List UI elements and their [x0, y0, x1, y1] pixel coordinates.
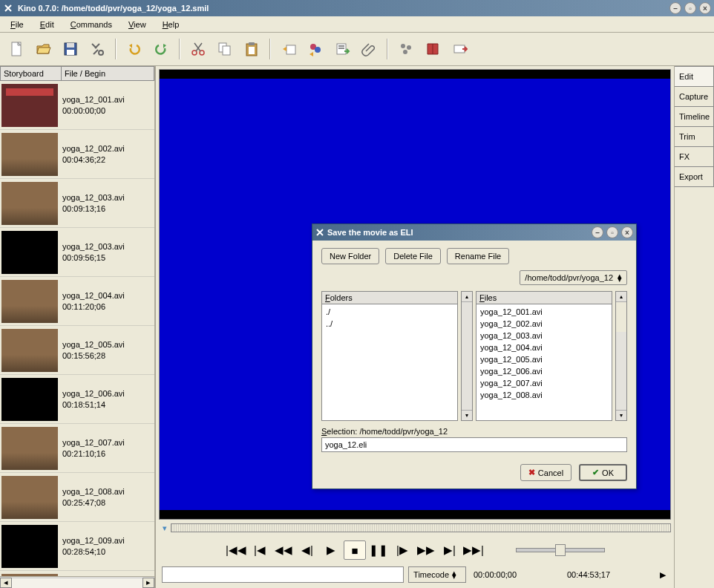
- clip-filename: yoga_12_007.avi: [62, 437, 151, 448]
- new-icon[interactable]: [6, 38, 28, 60]
- storyboard-item[interactable]: yoga_12_003.avi00:09:56;15: [0, 228, 154, 277]
- rename-file-button[interactable]: Rename File: [447, 248, 509, 264]
- tab-fx[interactable]: FX: [675, 146, 714, 167]
- eject-icon[interactable]: [448, 38, 471, 60]
- dialog-maximize-button[interactable]: ▫: [606, 226, 618, 238]
- play-button[interactable]: ▶: [320, 540, 342, 560]
- storyboard-item[interactable]: yoga_12_003.avi00:09:13;16: [0, 179, 154, 228]
- file-item[interactable]: yoga_12_007.avi: [478, 377, 610, 389]
- file-item[interactable]: yoga_12_006.avi: [478, 365, 610, 377]
- storyboard-item[interactable]: yoga_12_002.avi00:04:36;22: [0, 130, 154, 179]
- scroll-right-icon[interactable]: ▸: [143, 578, 154, 588]
- path-spin-icon[interactable]: ▴▾: [618, 274, 622, 281]
- tab-timeline[interactable]: Timeline: [675, 106, 714, 127]
- ok-button[interactable]: ✔OK: [579, 464, 627, 481]
- scrub-marker-icon: ▾: [159, 523, 171, 533]
- folders-header[interactable]: Folders: [321, 291, 458, 304]
- forward-button[interactable]: ▶▶: [415, 540, 437, 560]
- timecode-mode[interactable]: Timecode ▴▾: [408, 566, 466, 583]
- menu-file[interactable]: File: [4, 19, 31, 30]
- files-scrollbar[interactable]: ▴▾: [615, 291, 627, 421]
- tab-export[interactable]: Export: [675, 166, 714, 187]
- clip-thumbnail: [1, 182, 58, 225]
- step-back-button[interactable]: ◀|: [296, 540, 318, 560]
- storyboard-item[interactable]: yoga_12_004.avi00:11:20;06: [0, 277, 154, 326]
- clip-thumbnail: [1, 231, 58, 274]
- prev-scene-button[interactable]: |◀: [249, 540, 271, 560]
- menu-edit[interactable]: Edit: [34, 19, 62, 30]
- shuttle-handle[interactable]: [555, 544, 566, 556]
- stop-button[interactable]: ■: [344, 540, 366, 560]
- file-item[interactable]: yoga_12_001.avi: [478, 306, 610, 318]
- command-input[interactable]: [162, 566, 404, 583]
- svg-point-19: [407, 45, 411, 50]
- dialog-close-button[interactable]: ×: [621, 226, 633, 238]
- storyboard-item[interactable]: yoga_12_006.avi00:18:51;14: [0, 375, 154, 424]
- export-clip-icon[interactable]: [331, 38, 353, 60]
- menu-help[interactable]: Help: [157, 19, 187, 30]
- storyboard-item[interactable]: yoga_12_008.avi00:25:47;08: [0, 473, 154, 522]
- file-item[interactable]: yoga_12_005.avi: [478, 353, 610, 365]
- fx-clip-icon[interactable]: [304, 38, 327, 60]
- delete-file-button[interactable]: Delete File: [385, 248, 441, 264]
- shuttle-slider[interactable]: [516, 548, 605, 552]
- scrub-bar[interactable]: ▾: [159, 522, 671, 534]
- file-item[interactable]: yoga_12_004.avi: [478, 342, 610, 353]
- menu-commands[interactable]: Commands: [65, 19, 119, 30]
- storyboard-list[interactable]: yoga_12_001.avi00:00:00;00yoga_12_002.av…: [0, 81, 154, 576]
- storyboard-scrollbar-x[interactable]: ◂ ▸: [0, 576, 154, 588]
- step-fwd-button[interactable]: |▶: [391, 540, 413, 560]
- svg-rect-2: [67, 43, 74, 48]
- goto-end-button[interactable]: ▶▶|: [462, 540, 485, 560]
- file-item[interactable]: yoga_12_002.avi: [478, 318, 610, 330]
- undo-icon[interactable]: [123, 38, 145, 60]
- folder-item[interactable]: ../: [324, 318, 456, 330]
- clip-filename: yoga_12_001.avi: [62, 94, 151, 105]
- tab-capture[interactable]: Capture: [675, 86, 714, 107]
- add-clip-icon[interactable]: [278, 38, 300, 60]
- folders-scrollbar[interactable]: ▴▾: [461, 291, 473, 421]
- save-icon[interactable]: [59, 38, 82, 60]
- next-scene-button[interactable]: ▶|: [439, 540, 461, 560]
- file-item[interactable]: yoga_12_003.avi: [478, 330, 610, 342]
- tab-edit[interactable]: Edit: [675, 66, 714, 87]
- column-file-begin[interactable]: File / Begin: [62, 67, 154, 80]
- minimize-button[interactable]: –: [669, 2, 681, 14]
- open-icon[interactable]: [33, 38, 55, 60]
- maximize-button[interactable]: ▫: [684, 2, 696, 14]
- rewind-button[interactable]: ◀◀: [272, 540, 295, 560]
- prefs-icon[interactable]: [395, 38, 417, 60]
- dialog-minimize-button[interactable]: –: [592, 226, 603, 238]
- filename-input[interactable]: [321, 437, 627, 452]
- folders-list[interactable]: ./../: [321, 304, 458, 421]
- tab-trim[interactable]: Trim: [675, 126, 714, 147]
- storyboard-item[interactable]: yoga_12_001.avi00:00:00;00: [0, 81, 154, 130]
- close-button[interactable]: ×: [699, 2, 711, 14]
- help-icon[interactable]: [422, 38, 444, 60]
- paste-icon[interactable]: [240, 38, 263, 60]
- storyboard-item[interactable]: yoga_12_005.avi00:15:56;28: [0, 326, 154, 375]
- column-storyboard[interactable]: Storyboard: [1, 67, 62, 80]
- cut-icon[interactable]: [187, 38, 209, 60]
- storyboard-item[interactable]: yoga_12_010.avi: [0, 571, 154, 576]
- path-selector[interactable]: /home/todd/pvr/yoga_12 ▴▾: [520, 270, 627, 285]
- new-folder-button[interactable]: New Folder: [321, 248, 379, 264]
- play-indicator-icon[interactable]: ▶: [658, 570, 668, 580]
- pause-button[interactable]: ❚❚: [367, 540, 390, 560]
- redo-icon[interactable]: [150, 38, 172, 60]
- timecode-spin-icon[interactable]: ▴▾: [452, 571, 461, 578]
- clip-filename: yoga_12_003.avi: [62, 241, 151, 252]
- tools-icon[interactable]: [86, 38, 108, 60]
- cancel-button[interactable]: ✖Cancel: [520, 464, 571, 481]
- file-item[interactable]: yoga_12_008.avi: [478, 389, 610, 401]
- menu-view[interactable]: View: [122, 19, 154, 30]
- storyboard-item[interactable]: yoga_12_009.avi00:28:54;10: [0, 522, 154, 571]
- goto-start-button[interactable]: |◀◀: [225, 540, 247, 560]
- copy-icon[interactable]: [214, 38, 236, 60]
- files-list[interactable]: yoga_12_001.aviyoga_12_002.aviyoga_12_00…: [476, 304, 612, 421]
- scroll-left-icon[interactable]: ◂: [0, 578, 12, 588]
- folder-item[interactable]: ./: [324, 306, 456, 318]
- storyboard-item[interactable]: yoga_12_007.avi00:21:10;16: [0, 424, 154, 473]
- files-header[interactable]: Files: [476, 291, 612, 304]
- attach-icon[interactable]: [358, 38, 380, 60]
